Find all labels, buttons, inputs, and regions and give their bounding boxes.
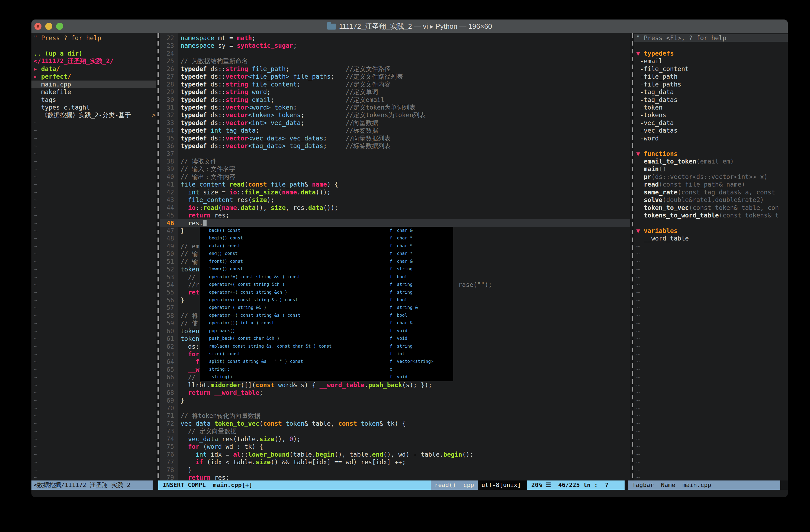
- tag-item[interactable]: -file_path: [634, 72, 788, 80]
- tag-item[interactable]: -tokens: [634, 111, 788, 119]
- tag-item[interactable]: ▼ typedefs: [634, 50, 788, 57]
- command-line[interactable]: [31, 490, 788, 497]
- code-line[interactable]: 43 file_content res(size);: [160, 196, 630, 204]
- code-line[interactable]: 78 }: [160, 466, 630, 474]
- tag-item[interactable]: tokens_to_word_table(const tokens& t: [634, 211, 788, 219]
- tag-item[interactable]: pr(ds::vector<ds::vector<int>> x): [634, 173, 788, 181]
- code-line[interactable]: 38// 读取文件: [160, 158, 630, 165]
- code-line[interactable]: 72vec_data token_to_vec(const token& tab…: [160, 420, 630, 427]
- tree-item[interactable]: ▸ data/: [31, 65, 156, 72]
- code-line[interactable]: 45 return res;: [160, 211, 630, 219]
- window-separator-right[interactable]: [630, 33, 634, 481]
- code-line[interactable]: 67 llrbt.midorder([](const word& s) { __…: [160, 381, 630, 389]
- code-line[interactable]: 77 if (idx < table.size() && table[idx] …: [160, 458, 630, 466]
- window-titlebar[interactable]: 111172_汪圣翔_实践_2 — vi ▸ Python — 196×60: [31, 19, 788, 33]
- code-line[interactable]: 24: [160, 50, 630, 57]
- tag-item[interactable]: solve(double&rate1,double&rate2): [634, 196, 788, 204]
- tree-item[interactable]: </111172_汪圣翔_实践_2/: [31, 57, 156, 65]
- code-line[interactable]: 69}: [160, 397, 630, 404]
- completion-item[interactable]: pop_back()fvoid: [200, 327, 453, 335]
- code-line[interactable]: 26typedef ds::string file_path; //定义文件路径: [160, 65, 630, 72]
- code-line[interactable]: 32typedef ds::vector<token> tokens; //定义…: [160, 111, 630, 119]
- code-line[interactable]: 35typedef ds::vector<vec_data> vec_datas…: [160, 134, 630, 142]
- completion-item[interactable]: replace( const string &s, const char &t …: [200, 342, 453, 350]
- completion-item[interactable]: operator[]( int x ) constfchar &: [200, 319, 453, 327]
- code-line[interactable]: 31typedef ds::vector<word> token; //定义to…: [160, 103, 630, 111]
- code-line[interactable]: 74 vec_data res(table.size(), 0);: [160, 435, 630, 443]
- code-line-current[interactable]: 46 res.: [160, 219, 630, 227]
- completion-item[interactable]: size() constfint: [200, 350, 453, 358]
- tag-item[interactable]: -token: [634, 103, 788, 111]
- completion-item[interactable]: push_back( const char &ch )fvoid: [200, 335, 453, 342]
- code-line[interactable]: 39// 输入：文件名字: [160, 165, 630, 173]
- code-line[interactable]: 30typedef ds::string email; //定义email: [160, 96, 630, 103]
- code-line[interactable]: 71// 将token转化为向量数据: [160, 412, 630, 419]
- tree-item[interactable]: ▸ perfect/: [31, 72, 156, 80]
- tag-item[interactable]: email_to_token(email em): [634, 158, 788, 165]
- line-number: 28: [160, 81, 178, 88]
- tag-item[interactable]: ▼ functions: [634, 150, 788, 158]
- code-line[interactable]: 79 return res;: [160, 474, 630, 481]
- tag-item[interactable]: -tag_data: [634, 88, 788, 96]
- tag-item[interactable]: -vec_datas: [634, 127, 788, 134]
- completion-item[interactable]: operator<( const string &s ) constfbool: [200, 296, 453, 304]
- tag-item[interactable]: token_to_vec(const token& table, con: [634, 204, 788, 211]
- code-text: ret: [178, 289, 199, 296]
- tree-item[interactable]: makefile: [31, 88, 156, 96]
- completion-item[interactable]: split( const string &s = " " ) constfvec…: [200, 358, 453, 365]
- tag-item[interactable]: -file_paths: [634, 81, 788, 88]
- line-number: 30: [160, 96, 178, 103]
- tag-item[interactable]: -file_content: [634, 65, 788, 72]
- completion-name: pop_back(): [209, 327, 235, 335]
- code-line[interactable]: 76 int idx = al::lower_bound(table.begin…: [160, 451, 630, 458]
- code-line[interactable]: 22namespace mt = math;: [160, 34, 630, 42]
- code-line[interactable]: 40// 输出：文件内容: [160, 173, 630, 181]
- completion-item[interactable]: data() constfchar *: [200, 242, 453, 250]
- completion-item[interactable]: front() constfchar &: [200, 258, 453, 265]
- code-line[interactable]: 68 return __word_table;: [160, 389, 630, 397]
- code-line[interactable]: 44 io::read(name.data(), size, res.data(…: [160, 204, 630, 211]
- tag-item[interactable]: -vec_data: [634, 119, 788, 127]
- completion-item[interactable]: operator+=( const string &ch )fstring: [200, 289, 453, 296]
- completion-kind: f: [390, 311, 392, 319]
- window-separator-left[interactable]: [156, 33, 160, 481]
- tag-item[interactable]: -tag_datas: [634, 96, 788, 103]
- tag-item[interactable]: main(): [634, 165, 788, 173]
- code-line[interactable]: 41file_content read(const file_path& nam…: [160, 181, 630, 188]
- completion-item[interactable]: end() constfchar *: [200, 250, 453, 257]
- completion-item[interactable]: lower() constfstring: [200, 265, 453, 273]
- code-line[interactable]: 34typedef int tag_data; //标签数据: [160, 127, 630, 134]
- code-line[interactable]: 33typedef ds::vector<int> vec_data; //向量…: [160, 119, 630, 127]
- line-number: 69: [160, 397, 178, 404]
- tag-item[interactable]: __word_table: [634, 235, 788, 242]
- tree-item[interactable]: .. (up a dir): [31, 50, 156, 57]
- tree-item-selected[interactable]: main.cpp: [31, 81, 156, 88]
- completion-item[interactable]: operator!=( const string &s ) constfbool: [200, 273, 453, 281]
- code-line[interactable]: 28typedef ds::string file_content; //定义文…: [160, 81, 630, 88]
- completion-item[interactable]: begin() constfchar *: [200, 234, 453, 242]
- code-line[interactable]: 75 for (word wd : tk) {: [160, 443, 630, 450]
- tag-item[interactable]: -word: [634, 134, 788, 142]
- tag-item[interactable]: read(const file_path& name): [634, 181, 788, 188]
- tag-item[interactable]: ▼ variables: [634, 227, 788, 235]
- tag-item[interactable]: -email: [634, 57, 788, 65]
- tag-item[interactable]: same_rate(const tag_datas& a, const: [634, 189, 788, 196]
- completion-item[interactable]: ~string()fvoid: [200, 373, 453, 381]
- tree-item[interactable]: types_c.taghl: [31, 103, 156, 111]
- code-line[interactable]: 37: [160, 150, 630, 158]
- tree-item[interactable]: tags: [31, 96, 156, 103]
- code-line[interactable]: 36typedef ds::vector<tag_data> tag_datas…: [160, 142, 630, 150]
- code-line[interactable]: 25// 为数据结构重新命名: [160, 57, 630, 65]
- code-line[interactable]: 70: [160, 404, 630, 412]
- completion-item[interactable]: operator==( const string &s ) constfbool: [200, 311, 453, 319]
- completion-item[interactable]: back() constfchar &: [200, 227, 453, 234]
- completion-item[interactable]: string::c: [200, 366, 453, 373]
- completion-item[interactable]: operator=( string && )fstring &: [200, 304, 453, 311]
- code-line[interactable]: 23namespace sy = syntactic_sugar;: [160, 42, 630, 49]
- code-line[interactable]: 42 int size = io::file_size(name.data())…: [160, 189, 630, 196]
- code-line[interactable]: 27typedef ds::vector<file_path> file_pat…: [160, 72, 630, 80]
- tree-item[interactable]: 《数据挖掘》实践_2-分类-基于>: [31, 111, 156, 119]
- completion-item[interactable]: operator+( const string &ch )fstring: [200, 281, 453, 288]
- code-line[interactable]: 29typedef ds::string word; //定义单词: [160, 88, 630, 96]
- code-line[interactable]: 73 // 定义向量数据: [160, 427, 630, 435]
